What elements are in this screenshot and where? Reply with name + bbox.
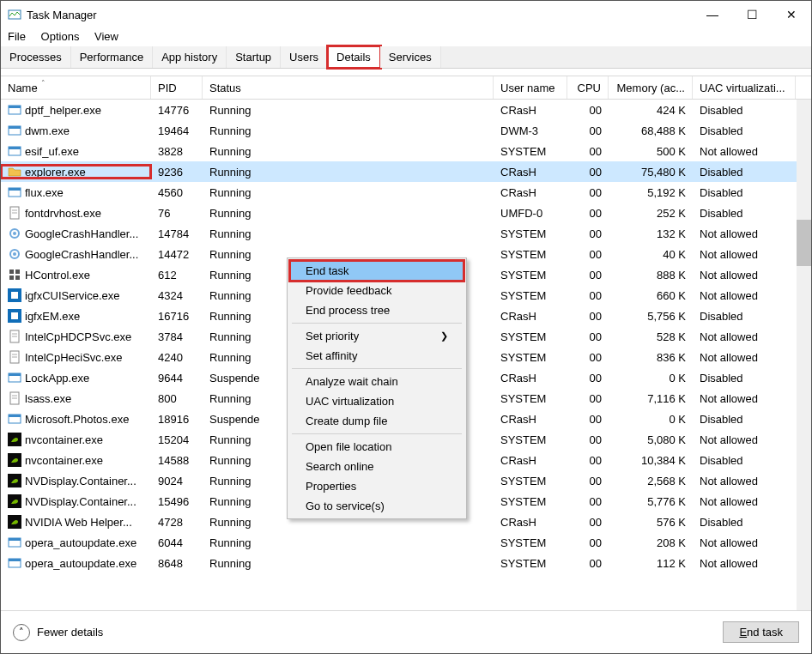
cell-cpu: 00 bbox=[567, 433, 609, 446]
header-pid[interactable]: PID bbox=[151, 76, 203, 99]
cell-pid: 9644 bbox=[151, 372, 203, 385]
cell-cpu: 00 bbox=[567, 475, 609, 487]
svg-point-15 bbox=[13, 252, 16, 256]
svg-rect-17 bbox=[15, 269, 20, 274]
process-name: explorer.exe bbox=[25, 166, 86, 179]
cell-name: dwm.exe bbox=[1, 124, 151, 137]
cell-cpu: 00 bbox=[567, 248, 609, 261]
tab-performance[interactable]: Performance bbox=[71, 46, 153, 68]
process-row[interactable]: opera_autoupdate.exe8648RunningSYSTEM001… bbox=[1, 553, 811, 573]
cell-user: SYSTEM bbox=[494, 475, 567, 487]
svg-rect-8 bbox=[9, 188, 21, 191]
process-icon bbox=[8, 453, 21, 467]
tab-startup[interactable]: Startup bbox=[227, 46, 281, 68]
process-name: GoogleCrashHandler... bbox=[25, 248, 138, 261]
cell-name: nvcontainer.exe bbox=[1, 433, 151, 446]
cell-status: Running bbox=[203, 145, 494, 158]
cell-name: lsass.exe bbox=[1, 391, 151, 405]
process-row[interactable]: opera_autoupdate.exe6044RunningSYSTEM002… bbox=[1, 532, 811, 553]
window-title: Task Manager bbox=[27, 9, 693, 21]
ctx-provide-feedback[interactable]: Provide feedback bbox=[290, 281, 464, 300]
tab-processes[interactable]: Processes bbox=[1, 46, 71, 68]
cell-uac: Not allowed bbox=[693, 269, 796, 282]
process-row[interactable]: fontdrvhost.exe76RunningUMFD-000252 KDis… bbox=[1, 203, 811, 223]
cell-pid: 3828 bbox=[151, 145, 203, 158]
ctx-dump[interactable]: Create dump file bbox=[290, 411, 464, 431]
cell-name: dptf_helper.exe bbox=[1, 103, 151, 117]
ctx-search-online[interactable]: Search online bbox=[290, 457, 464, 476]
ctx-properties[interactable]: Properties bbox=[290, 476, 464, 496]
menu-file[interactable]: File bbox=[8, 30, 26, 43]
cell-name: esif_uf.exe bbox=[1, 144, 151, 158]
process-row[interactable]: dwm.exe19464RunningDWM-30068,488 KDisabl… bbox=[1, 120, 811, 141]
process-name: LockApp.exe bbox=[25, 372, 89, 385]
cell-memory: 836 K bbox=[609, 351, 693, 364]
cell-pid: 15496 bbox=[151, 495, 203, 508]
cell-name: NVIDIA Web Helper... bbox=[1, 515, 151, 529]
header-name[interactable]: Name˄ bbox=[1, 76, 151, 99]
ctx-uac[interactable]: UAC virtualization bbox=[290, 391, 464, 411]
cell-uac: Not allowed bbox=[693, 227, 796, 240]
svg-rect-19 bbox=[15, 276, 20, 280]
process-name: IntelCpHeciSvc.exe bbox=[25, 351, 122, 364]
cell-cpu: 00 bbox=[567, 289, 609, 302]
process-row[interactable]: explorer.exe9236RunningCRasH0075,480 KDi… bbox=[1, 161, 811, 182]
cell-user: SYSTEM bbox=[494, 536, 567, 549]
cell-pid: 15204 bbox=[151, 433, 203, 446]
tab-users[interactable]: Users bbox=[281, 46, 328, 68]
cell-cpu: 00 bbox=[567, 104, 609, 117]
cell-user: UMFD-0 bbox=[494, 207, 567, 220]
cell-uac: Not allowed bbox=[693, 433, 796, 446]
cell-pid: 8648 bbox=[151, 557, 203, 570]
end-task-button[interactable]: End task bbox=[723, 621, 799, 643]
minimize-button[interactable]: — bbox=[693, 1, 732, 28]
process-icon bbox=[8, 124, 21, 137]
ctx-open-location[interactable]: Open file location bbox=[290, 437, 464, 457]
cell-uac: Not allowed bbox=[693, 351, 796, 364]
ctx-set-affinity[interactable]: Set affinity bbox=[290, 346, 464, 366]
header-status[interactable]: Status bbox=[203, 76, 494, 99]
cell-cpu: 00 bbox=[567, 392, 609, 405]
process-row[interactable]: esif_uf.exe3828RunningSYSTEM00500 KNot a… bbox=[1, 141, 811, 161]
cell-pid: 4240 bbox=[151, 351, 203, 364]
ctx-end-task[interactable]: End task bbox=[290, 261, 464, 281]
cell-status: Running bbox=[203, 207, 494, 220]
cell-user: SYSTEM bbox=[494, 392, 567, 405]
cell-pid: 16716 bbox=[151, 310, 203, 323]
close-button[interactable]: ✕ bbox=[772, 1, 811, 28]
ctx-analyze[interactable]: Analyze wait chain bbox=[290, 372, 464, 391]
cell-cpu: 00 bbox=[567, 557, 609, 570]
tab-details[interactable]: Details bbox=[328, 46, 380, 68]
cell-cpu: 00 bbox=[567, 516, 609, 529]
scrollbar-thumb[interactable] bbox=[797, 220, 811, 266]
menu-view[interactable]: View bbox=[94, 30, 118, 43]
header-uac[interactable]: UAC virtualizati... bbox=[693, 76, 796, 99]
cell-pid: 6044 bbox=[151, 536, 203, 549]
process-row[interactable]: flux.exe4560RunningCRasH005,192 KDisable… bbox=[1, 182, 811, 203]
cell-pid: 14588 bbox=[151, 454, 203, 467]
ctx-set-priority[interactable]: Set priority ❯ bbox=[290, 326, 464, 346]
tab-app-history[interactable]: App history bbox=[153, 46, 227, 68]
maximize-button[interactable]: ☐ bbox=[732, 1, 772, 28]
cell-user: SYSTEM bbox=[494, 289, 567, 302]
header-memory[interactable]: Memory (ac... bbox=[609, 76, 693, 99]
process-name: HControl.exe bbox=[25, 269, 90, 282]
svg-rect-23 bbox=[11, 312, 18, 319]
svg-rect-45 bbox=[9, 559, 21, 561]
cell-cpu: 00 bbox=[567, 351, 609, 364]
sort-caret-icon: ˄ bbox=[41, 79, 45, 88]
cell-uac: Disabled bbox=[693, 207, 796, 220]
header-user[interactable]: User name bbox=[494, 76, 567, 99]
process-row[interactable]: GoogleCrashHandler...14784RunningSYSTEM0… bbox=[1, 223, 811, 244]
tab-services[interactable]: Services bbox=[380, 46, 441, 68]
cell-memory: 500 K bbox=[609, 145, 693, 158]
fewer-details-toggle[interactable]: ˄ Fewer details bbox=[13, 624, 103, 641]
cell-status: Running bbox=[203, 104, 494, 117]
process-name: fontdrvhost.exe bbox=[25, 207, 101, 220]
ctx-go-to-services[interactable]: Go to service(s) bbox=[290, 496, 464, 516]
header-cpu[interactable]: CPU bbox=[567, 76, 609, 99]
scrollbar[interactable] bbox=[797, 100, 811, 610]
menu-options[interactable]: Options bbox=[41, 30, 80, 43]
process-row[interactable]: dptf_helper.exe14776RunningCRasH00424 KD… bbox=[1, 100, 811, 120]
ctx-end-tree[interactable]: End process tree bbox=[290, 300, 464, 320]
